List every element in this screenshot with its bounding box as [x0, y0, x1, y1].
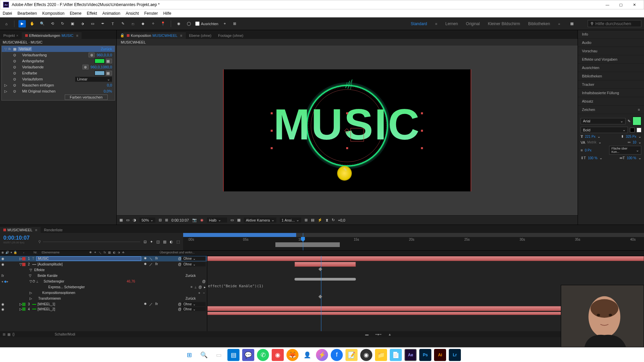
- res-icon[interactable]: ⊟: [159, 218, 162, 222]
- facebook-icon[interactable]: f: [331, 349, 343, 361]
- panel-menu-icon[interactable]: ≡: [35, 228, 37, 232]
- prop-original-mischen[interactable]: ▷⊙ Mit Original mischen 0,0%: [2, 88, 115, 94]
- teams-icon[interactable]: 💬: [242, 349, 254, 361]
- rotate-tool[interactable]: ↻: [59, 20, 66, 27]
- tab-komposition[interactable]: Komposition MUSICWHEEL ≡: [123, 32, 186, 39]
- prop-verlaufsende[interactable]: ⊙ Verlaufsende ⊕ 960,0,1080,0: [2, 64, 115, 70]
- workspace-bibliotheken[interactable]: Bibliotheken: [528, 21, 550, 26]
- panel-audio[interactable]: Audio: [578, 39, 644, 47]
- selection-handle[interactable]: [421, 112, 423, 114]
- close-button[interactable]: ✕: [628, 1, 641, 8]
- messenger-icon[interactable]: ⚡: [316, 349, 328, 361]
- switches-modes-toggle[interactable]: Schalter/Modi: [15, 333, 115, 336]
- expr-language-icon[interactable]: ▸: [204, 285, 206, 289]
- prop-verlaufsanfang[interactable]: ⊙ Verlaufsanfang ⊕ 960,0,0,0: [2, 52, 115, 58]
- composition-viewer[interactable]: MUSIC ✎: [117, 46, 578, 215]
- tab-projekt[interactable]: Projekt ×: [0, 32, 22, 39]
- search-taskbar-icon[interactable]: 🔍: [198, 349, 210, 361]
- label-color[interactable]: [22, 257, 25, 260]
- menu-komposition[interactable]: Komposition: [42, 11, 64, 16]
- panel-menu-icon[interactable]: ≡: [180, 34, 182, 38]
- maximize-button[interactable]: ▢: [614, 1, 628, 8]
- selection-handle[interactable]: [421, 130, 423, 132]
- layer-bar-1[interactable]: [207, 256, 644, 261]
- start-button[interactable]: ⊞: [183, 349, 195, 361]
- search-icon[interactable]: ⚲: [38, 240, 41, 244]
- effect-both-channels-row[interactable]: fx ▽ Beide Kanäle Zurück: [0, 273, 207, 279]
- app-icon-2[interactable]: 👤: [301, 349, 313, 361]
- minus-icon[interactable]: －: [202, 291, 206, 295]
- twirl-icon[interactable]: ▷: [19, 257, 22, 260]
- panel-menu-icon[interactable]: ≡: [638, 108, 640, 112]
- expr-graph-icon[interactable]: ⟂: [195, 285, 197, 289]
- menu-fenster[interactable]: Fenster: [144, 11, 158, 16]
- motion-blur-icon[interactable]: ◐: [170, 240, 173, 244]
- keyframe-diamond[interactable]: [319, 267, 322, 271]
- parent-pickwhip-icon[interactable]: @: [178, 262, 181, 266]
- app-icon[interactable]: ◉: [272, 349, 284, 361]
- parent-pickwhip-icon[interactable]: @: [202, 280, 206, 283]
- panel-vorschau[interactable]: Vorschau: [578, 47, 644, 55]
- leading-value[interactable]: 325 Px: [626, 135, 636, 138]
- help-search[interactable]: ⚲: [588, 20, 641, 27]
- frame-blend-icon[interactable]: ▥: [163, 240, 166, 244]
- snapshot-icon[interactable]: 📷: [192, 218, 197, 222]
- panel-zeichen-header[interactable]: Zeichen≡: [578, 106, 644, 114]
- selection-tool[interactable]: ▶: [18, 20, 26, 27]
- workspace-overflow-icon[interactable]: »: [558, 22, 560, 26]
- kerning-value[interactable]: Metrik: [587, 140, 596, 144]
- camera-dropdown[interactable]: Aktive Kamera ⌄: [244, 218, 276, 223]
- illustrator-icon[interactable]: Ai: [434, 349, 446, 361]
- workspace-grid-icon[interactable]: ▦: [568, 20, 576, 27]
- channel-icon[interactable]: ▭: [126, 218, 129, 222]
- grid-toggle-icon[interactable]: ⊞: [165, 218, 168, 222]
- menu-bearbeiten[interactable]: Bearbeiten: [17, 11, 37, 16]
- eraser-tool[interactable]: ◆: [139, 20, 147, 27]
- menu-datei[interactable]: Datei: [3, 11, 12, 16]
- layer-row-2[interactable]: ◉ ▽ 2 [Audioamplitude] ✱／fx @ Ohne⌄: [0, 261, 207, 267]
- effect-header-row[interactable]: ▽ fx ▦ Verlauf Zurück: [2, 46, 115, 52]
- panel-menu-icon[interactable]: ≡: [76, 34, 78, 38]
- whatsapp-icon[interactable]: ✆: [257, 349, 269, 361]
- color-mgmt-icon[interactable]: ◉: [200, 218, 204, 222]
- transform-row[interactable]: ▷ Transformieren Zurück: [0, 296, 207, 301]
- menu-ebene[interactable]: Ebene: [70, 11, 82, 16]
- toggle-switches-icon[interactable]: ⊞: [3, 333, 5, 336]
- layer-row-3[interactable]: ◉ ▷ 3 [WHEEL_1] ✱／fx @ Ohne⌄: [0, 301, 207, 307]
- graph-icon[interactable]: ⟂: [36, 280, 40, 283]
- selection-handle[interactable]: [271, 130, 273, 132]
- expression-row[interactable]: Express... Schieberegler =⟂@▸: [0, 284, 207, 290]
- prop-anfangsfarbe[interactable]: ⊙ Anfangsfarbe ▦: [2, 58, 115, 64]
- selection-handle[interactable]: [271, 147, 273, 149]
- stroke-option-dropdown[interactable]: Fläche über Kon...⌄: [609, 146, 641, 155]
- twirl-icon[interactable]: ▽: [19, 262, 22, 266]
- photoshop-icon[interactable]: Ps: [419, 349, 431, 361]
- selection-handle[interactable]: [271, 112, 273, 114]
- visibility-toggle[interactable]: ◉: [1, 257, 6, 260]
- prop-verlaufsform[interactable]: ⊙ Verlaufsform Linear⌄: [2, 76, 115, 82]
- grid-icon[interactable]: ⊞: [231, 20, 238, 27]
- transparency-icon[interactable]: ▦: [237, 218, 240, 222]
- lock-icon[interactable]: 🔒: [117, 32, 123, 39]
- fill-icon[interactable]: ◉: [175, 20, 182, 27]
- tab-ebene[interactable]: Ebene (ohne): [186, 32, 215, 39]
- widgets-icon[interactable]: ▤: [227, 349, 239, 361]
- keyframe-diamond[interactable]: [319, 295, 322, 298]
- help-search-input[interactable]: [595, 21, 638, 26]
- orbit-tool[interactable]: ⟲: [49, 20, 56, 27]
- expression-text[interactable]: effect("Beide Kanäle")(1): [208, 284, 264, 288]
- zoom-slider[interactable]: ━●━: [375, 333, 381, 336]
- notes-icon[interactable]: 📝: [345, 349, 358, 361]
- snap-icon[interactable]: ⌖: [221, 20, 228, 27]
- vscale-value[interactable]: 100 %: [588, 156, 597, 160]
- playhead[interactable]: [303, 233, 303, 250]
- prop-rauschen[interactable]: ▷⊙ Rauschen einfügen 0,0: [2, 82, 115, 88]
- eyedropper-icon[interactable]: ✎: [628, 119, 631, 123]
- slider-row[interactable]: ◂◆▸ ▽ ⏱ ⟂ Schieberegler 46,76 @: [0, 279, 207, 284]
- comp-mini-flowchart-icon[interactable]: ⊡: [144, 240, 147, 244]
- hand-tool[interactable]: ✋: [29, 20, 36, 27]
- mask-icon[interactable]: ◑: [133, 218, 136, 222]
- workspace-standard[interactable]: Standard: [411, 21, 427, 26]
- current-time[interactable]: 0:00:10:07 00257 (25,00 fps): [0, 233, 36, 250]
- parent-dropdown[interactable]: Ohne⌄: [181, 262, 206, 266]
